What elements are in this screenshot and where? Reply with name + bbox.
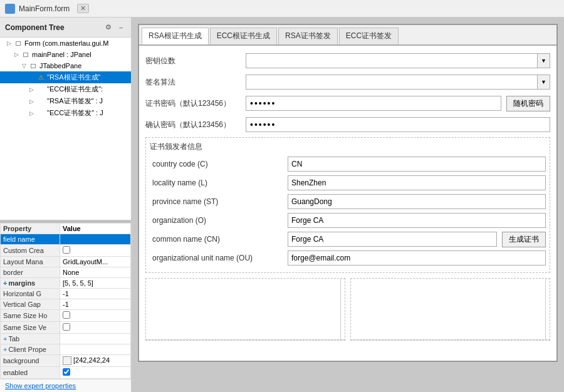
random-password-btn[interactable]: 随机密码 [506,96,550,111]
prop-label-layoutmgr: Layout Mana [1,256,60,267]
sign-algo-dropdown[interactable]: ▼ [537,75,550,89]
cert-label-locality: locality name (L) [150,178,288,187]
expand-icon: ▷ [28,86,35,93]
prop-label-background: background [1,354,60,366]
cert-input-org[interactable] [288,213,546,228]
key-bits-dropdown[interactable]: ▼ [537,54,550,68]
cert-input-locality[interactable] [288,175,546,190]
prop-value-enabled[interactable] [60,367,131,379]
expand-icon: ▽ [20,62,28,70]
prop-label-margins: +margins [1,277,60,288]
prop-row-enabled: enabled [1,367,131,379]
cert-password-label: 证书密码（默认123456） [145,98,246,109]
ecc-node-icon [36,85,45,94]
cert-label-ou: organizational unit name (OU) [150,254,288,262]
tree-item-mainpanel[interactable]: ▷ □ mainPanel : JPanel [0,49,131,60]
customcrea-checkbox[interactable] [63,246,70,254]
prop-label-vgap: Vertical Gap [1,299,60,309]
expand-icon: ▷ [28,110,35,117]
tree-item-eccsign[interactable]: ▷ "ECC证书签发" : J [0,107,131,119]
expand-icon: ▷ [13,51,20,58]
prop-row-border: border None [1,267,131,277]
background-color-swatch[interactable] [63,356,71,365]
rsasign-node-icon [36,97,45,106]
tree-item-rsa[interactable]: ⚠ "RSA根证书生成" [0,71,131,83]
cert-row-province: province name (ST) [150,193,546,210]
cert-input-country[interactable] [288,157,546,172]
tree-item-form[interactable]: ▷ □ Form (com.masterlau.gui.M [0,38,131,49]
tree-item-rsasign[interactable]: ▷ "RSA证书签发" : J [0,95,131,107]
prop-row-hgap: Horizontal G -1 [1,288,131,299]
confirm-password-input[interactable] [246,117,550,132]
sign-algo-input[interactable] [246,75,537,89]
sign-algo-row: 签名算法 ▼ [145,73,550,91]
form-tabs: RSA根证书生成 ECC根证书生成 RSA证书签发 ECC证书签发 [139,25,556,46]
prop-value-sameh[interactable] [60,309,131,321]
key-bits-combo[interactable]: ▼ [246,53,550,68]
samev-checkbox[interactable] [63,323,70,331]
prop-label-sameh: Same Size Ho [1,309,60,321]
right-panel: RSA根证书生成 ECC根证书生成 RSA证书签发 ECC证书签发 密钥位数 ▼ [132,18,564,392]
prop-value-background[interactable]: [242,242,24 [60,354,131,366]
fieldname-input[interactable] [63,235,128,243]
key-bits-input[interactable] [246,54,537,68]
prop-row-clientprop: +Client Prope [1,344,131,354]
app-icon [5,4,15,14]
settings-icon[interactable]: ⚙ [103,23,113,33]
tab-ecc-sign[interactable]: ECC证书签发 [339,28,399,44]
warn-icon: ⚠ [36,73,45,82]
prop-value-customcrea[interactable] [60,244,131,256]
cert-input-province[interactable] [288,194,546,209]
prop-value-layoutmgr: GridLayoutM... [60,256,131,267]
component-tree-area: ▷ □ Form (com.masterlau.gui.M ▷ □ mainPa… [0,38,131,220]
cert-label-province: province name (ST) [150,197,288,206]
prop-row-samev: Same Size Ve [1,321,131,333]
cert-password-input[interactable] [246,96,501,111]
tree-item-tabbedpane[interactable]: ▽ □ JTabbedPane [0,60,131,71]
cert-label-country: country code (C) [150,160,288,168]
mainpanel-node-icon: □ [21,50,30,59]
confirm-password-row: 确认密码（默认123456） [145,116,550,133]
sign-algo-combo[interactable]: ▼ [246,75,550,90]
cert-row-org: organization (O) [150,212,546,229]
form-window: RSA根证书生成 ECC根证书生成 RSA证书签发 ECC证书签发 密钥位数 ▼ [138,24,558,362]
show-expert-link[interactable]: Show expert properties [0,379,131,392]
tab-rsa-sign[interactable]: RSA证书签发 [278,28,338,44]
prop-value-vgap: -1 [60,299,131,309]
title-bar: MainForm.form ✕ [0,0,564,18]
generate-cert-btn[interactable]: 生成证书 [502,232,546,247]
tab-ecc-root[interactable]: ECC根证书生成 [210,28,277,44]
sameh-checkbox[interactable] [63,311,70,319]
prop-value-fieldname[interactable] [60,234,131,244]
cert-row-cn: common name (CN) 生成证书 [150,231,546,247]
prop-value-clientprop [60,344,131,354]
component-tree-header: Component Tree ⚙ − [0,18,131,38]
prop-row-vgap: Vertical Gap -1 [1,299,131,309]
prop-value-hgap: -1 [60,288,131,299]
cert-input-cn[interactable] [288,232,497,247]
tree-item-ecc[interactable]: ▷ "ECC根证书生成": [0,83,131,95]
cert-output-right [350,278,550,341]
tree-label-tabbedpane: JTabbedPane [39,62,81,70]
tab-rsa-root[interactable]: RSA根证书生成 [142,28,209,44]
cert-input-ou[interactable] [288,250,546,266]
form-content: 密钥位数 ▼ 签名算法 ▼ [139,46,556,347]
close-button[interactable]: ✕ [77,4,89,13]
cert-label-org: organization (O) [150,216,288,225]
cert-password-row: 证书密码（默认123456） 随机密码 [145,95,550,112]
enabled-checkbox[interactable] [63,368,70,376]
collapse-icon[interactable]: − [116,23,126,33]
prop-value-samev[interactable] [60,321,131,333]
cert-output-left [145,278,345,341]
prop-label-enabled: enabled [1,367,60,379]
prop-label-border: border [1,267,60,277]
scroll-indicator-bottom-left [146,339,345,340]
prop-row-background: background [242,242,24 [1,354,131,366]
properties-table: Property Value field name Custom Crea [0,223,131,379]
eccsign-node-icon [36,109,45,118]
prop-row-tab: +Tab [1,333,131,344]
prop-label-hgap: Horizontal G [1,288,60,299]
tree-label-rsa: "RSA根证书生成" [47,73,100,82]
cert-label-cn: common name (CN) [150,235,288,244]
cert-row-ou: organizational unit name (OU) [150,250,546,266]
